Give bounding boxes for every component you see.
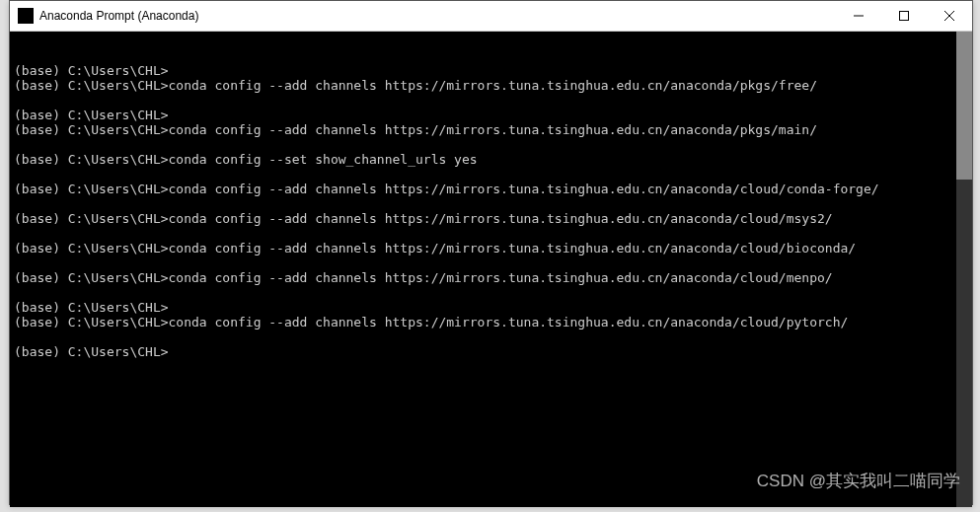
maximize-icon (899, 11, 909, 21)
titlebar[interactable]: Anaconda Prompt (Anaconda) (10, 1, 972, 32)
anaconda-prompt-window: Anaconda Prompt (Anaconda) (base) C:\Use… (9, 0, 973, 505)
minimize-icon (854, 11, 864, 21)
maximize-button[interactable] (881, 1, 927, 31)
terminal-area[interactable]: (base) C:\Users\CHL> (base) C:\Users\CHL… (10, 32, 972, 507)
terminal-output: (base) C:\Users\CHL> (base) C:\Users\CHL… (14, 63, 968, 359)
scrollbar-thumb[interactable] (956, 32, 972, 180)
window-title: Anaconda Prompt (Anaconda) (39, 9, 836, 23)
scrollbar[interactable] (956, 32, 972, 507)
minimize-button[interactable] (836, 1, 881, 31)
close-icon (944, 11, 954, 21)
svg-rect-1 (900, 12, 909, 21)
close-button[interactable] (927, 1, 972, 31)
window-controls (836, 1, 972, 31)
app-icon (18, 8, 34, 24)
